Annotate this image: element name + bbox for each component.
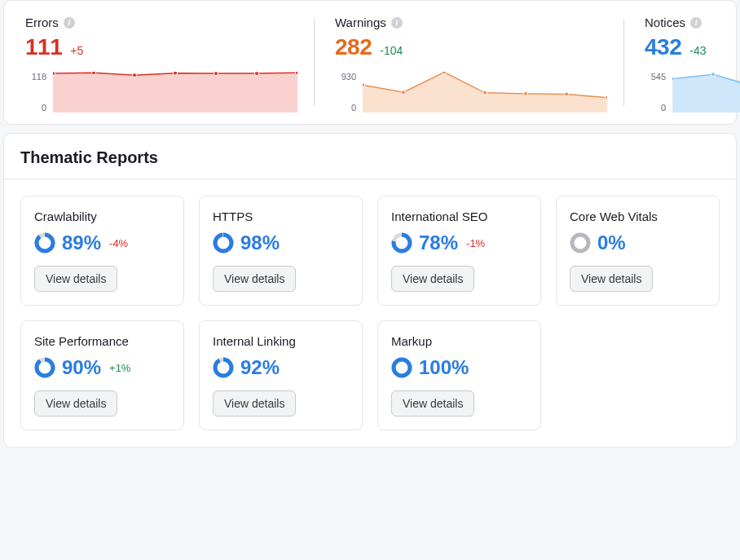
donut-icon (34, 232, 55, 254)
svg-point-1 (92, 72, 96, 75)
report-title: Crawlability (34, 209, 170, 223)
svg-point-5 (255, 72, 259, 76)
warnings-metric[interactable]: Warnings i 282 -104 930 0 (314, 1, 623, 124)
report-value-row: 78%-1% (391, 231, 527, 254)
donut-icon (213, 232, 234, 254)
report-title: HTTPS (213, 209, 349, 223)
errors-sparkline (53, 72, 297, 112)
report-tile: International SEO78%-1%View details (377, 196, 541, 306)
report-tile: Markup100%View details (377, 320, 541, 430)
report-tile: HTTPS98%View details (199, 196, 363, 306)
report-tile: Site Performance90%+1%View details (20, 320, 184, 430)
report-delta: -4% (109, 237, 128, 249)
errors-value: 111 (25, 34, 62, 60)
donut-icon (34, 357, 55, 378)
svg-point-15 (711, 73, 716, 77)
info-icon[interactable]: i (64, 17, 75, 29)
report-title: Core Web Vitals (570, 209, 706, 223)
thematic-reports-card: Thematic Reports Crawlability89%-4%View … (3, 133, 737, 448)
svg-point-12 (565, 92, 569, 96)
notices-value: 432 (645, 34, 681, 60)
report-percent: 78% (419, 231, 458, 254)
svg-point-27 (572, 235, 588, 251)
report-value-row: 98% (213, 231, 349, 254)
view-details-button[interactable]: View details (213, 390, 296, 417)
report-percent: 92% (240, 356, 280, 379)
svg-point-0 (53, 72, 55, 76)
svg-point-7 (363, 83, 365, 87)
errors-delta: +5 (70, 44, 83, 57)
view-details-button[interactable]: View details (391, 390, 474, 417)
report-percent: 0% (597, 231, 626, 254)
svg-point-10 (483, 90, 487, 95)
errors-label: Errors (25, 15, 59, 29)
warnings-y-axis: 930 0 (335, 72, 356, 112)
report-percent: 89% (62, 231, 101, 254)
report-percent: 98% (240, 231, 280, 254)
notices-delta: -43 (689, 44, 706, 57)
report-title: Markup (391, 334, 527, 348)
svg-point-9 (443, 72, 447, 74)
report-delta: +1% (109, 362, 130, 374)
report-tile: Internal Linking92%View details (199, 320, 363, 430)
notices-label: Notices (645, 15, 685, 29)
thematic-reports-grid: Crawlability89%-4%View detailsHTTPS98%Vi… (4, 179, 736, 447)
report-title: Internal Linking (213, 334, 349, 348)
svg-point-8 (402, 90, 406, 95)
svg-point-11 (524, 91, 528, 95)
svg-point-22 (37, 235, 53, 251)
notices-sparkline (672, 72, 740, 112)
info-icon[interactable]: i (690, 17, 702, 29)
report-value-row: 100% (391, 356, 527, 379)
thematic-reports-title: Thematic Reports (4, 134, 736, 179)
svg-point-31 (215, 359, 231, 376)
warnings-delta: -104 (380, 44, 403, 57)
warnings-value: 282 (335, 34, 372, 60)
svg-point-2 (133, 73, 137, 77)
donut-icon (391, 357, 412, 378)
svg-point-6 (296, 72, 298, 75)
view-details-button[interactable]: View details (34, 390, 117, 417)
report-value-row: 92% (213, 356, 349, 379)
errors-metric[interactable]: Errors i 111 +5 118 0 (4, 1, 314, 124)
issues-summary-card: Errors i 111 +5 118 0 Warnings i 282 -10… (3, 0, 737, 125)
donut-icon (213, 357, 234, 378)
warnings-sparkline (363, 72, 607, 112)
donut-icon (570, 232, 591, 254)
report-title: International SEO (391, 209, 527, 223)
svg-point-14 (672, 77, 675, 81)
svg-point-33 (394, 359, 410, 376)
report-percent: 90% (62, 356, 101, 379)
svg-point-29 (37, 359, 53, 376)
notices-y-axis: 545 0 (645, 72, 666, 112)
report-percent: 100% (419, 356, 469, 379)
donut-icon (391, 232, 412, 254)
svg-point-4 (214, 72, 218, 76)
info-icon[interactable]: i (391, 17, 403, 29)
report-delta: -1% (466, 237, 485, 249)
svg-point-3 (174, 72, 178, 75)
report-value-row: 90%+1% (34, 356, 170, 379)
report-value-row: 0% (570, 231, 706, 254)
report-tile: Core Web Vitals0%View details (556, 196, 720, 306)
warnings-label: Warnings (335, 15, 386, 29)
view-details-button[interactable]: View details (213, 266, 296, 292)
svg-point-24 (215, 235, 231, 251)
notices-metric[interactable]: Notices i 432 -43 545 0 (623, 1, 740, 124)
errors-y-axis: 118 0 (25, 72, 46, 112)
report-title: Site Performance (34, 334, 170, 348)
report-value-row: 89%-4% (34, 231, 170, 254)
view-details-button[interactable]: View details (570, 266, 653, 292)
report-tile: Crawlability89%-4%View details (20, 196, 184, 306)
view-details-button[interactable]: View details (34, 266, 117, 292)
svg-point-13 (606, 95, 608, 99)
view-details-button[interactable]: View details (391, 266, 474, 292)
